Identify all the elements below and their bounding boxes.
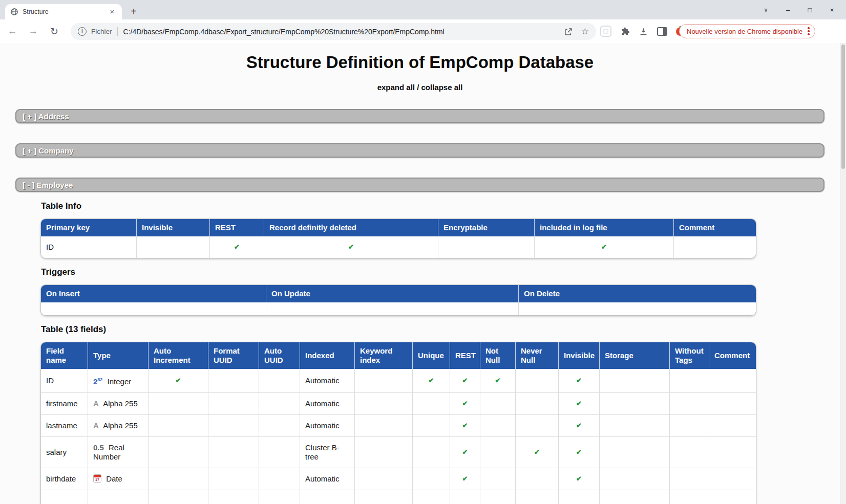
table-row: salary0.5 Real NumberCluster B-tree✔✔✔ xyxy=(41,437,756,468)
table-cell xyxy=(208,393,259,415)
page-scrollbar[interactable] xyxy=(840,43,846,504)
table-cell xyxy=(259,437,300,468)
globe-favicon xyxy=(10,8,18,16)
reload-icon[interactable]: ↻ xyxy=(48,26,60,37)
table-cell xyxy=(355,369,413,393)
bookmark-star-icon[interactable]: ☆ xyxy=(581,26,589,37)
column-header: Format UUID xyxy=(208,342,259,369)
table-cell xyxy=(709,490,756,504)
field-name-cell: lastname xyxy=(41,415,88,437)
browser-tab[interactable]: Structure × xyxy=(5,4,122,19)
collapse-all-link[interactable]: collapse all xyxy=(421,83,463,92)
minimize-icon[interactable]: – xyxy=(777,6,799,14)
table-cell xyxy=(438,236,535,258)
scrollbar-thumb[interactable] xyxy=(841,45,845,169)
table-cell xyxy=(670,468,709,490)
address-bar[interactable]: i Fichier C:/4D/bases/EmpComp.4dbase/Exp… xyxy=(71,23,596,40)
extension-icons xyxy=(600,19,686,43)
field-type-cell: 17 Date xyxy=(88,468,149,490)
header-row: Primary keyInvisibleRESTRecord definitly… xyxy=(41,219,756,236)
primary-key-cell: ID xyxy=(41,236,137,258)
table-cell xyxy=(709,468,756,490)
check-icon: ✔ xyxy=(559,415,600,437)
check-icon: ✔ xyxy=(210,236,264,258)
table-cell xyxy=(208,369,259,393)
forward-icon[interactable]: → xyxy=(27,26,39,37)
table-cell xyxy=(516,393,559,415)
table-cell xyxy=(709,393,756,415)
back-icon[interactable]: ← xyxy=(6,26,18,37)
header-row: Field nameTypeAuto IncrementFormat UUIDA… xyxy=(41,342,756,369)
table-cell xyxy=(137,236,210,258)
column-header: Record definitly deleted xyxy=(264,219,438,236)
url-text[interactable]: C:/4D/bases/EmpComp.4dbase/Export_struct… xyxy=(123,28,556,36)
table-cell xyxy=(674,236,756,258)
table-cell xyxy=(300,490,355,504)
check-icon: ✔ xyxy=(149,369,208,393)
section-bar-company[interactable]: [ + ] Company xyxy=(15,143,824,158)
share-icon[interactable] xyxy=(564,27,573,36)
table-cell xyxy=(259,415,300,437)
field-type-cell: A Alpha 255 xyxy=(88,393,149,415)
table-cell xyxy=(208,437,259,468)
column-header: Comment xyxy=(709,342,756,369)
page-info-icon[interactable]: i xyxy=(78,27,87,36)
column-header: Field name xyxy=(41,342,88,369)
expand-all-link[interactable]: expand all xyxy=(377,83,415,92)
table-cell xyxy=(670,369,709,393)
check-icon: ✔ xyxy=(413,369,450,393)
url-divider xyxy=(117,27,118,36)
chrome-update-button[interactable]: Nouvelle version de Chrome disponible xyxy=(679,24,815,38)
table-cell xyxy=(519,302,756,315)
maximize-icon[interactable]: □ xyxy=(799,6,821,14)
table-row: ID232 Integer✔Automatic✔✔✔✔ xyxy=(41,369,756,393)
kebab-menu-icon[interactable] xyxy=(808,27,810,35)
close-icon[interactable]: × xyxy=(821,6,843,14)
column-header: Storage xyxy=(600,342,670,369)
table-cell xyxy=(480,393,516,415)
page-content: Structure Definition of EmpComp Database… xyxy=(0,43,840,504)
browser-toolbar: ← → ↻ ⌂ i Fichier C:/4D/bases/EmpComp.4d… xyxy=(0,19,846,43)
table-cell xyxy=(600,415,670,437)
table-cell xyxy=(450,490,480,504)
section-bar-address[interactable]: [ + ] Address xyxy=(15,109,824,123)
table-cell xyxy=(208,468,259,490)
table-cell xyxy=(600,468,670,490)
column-header: Comment xyxy=(674,219,756,236)
table-row: lastnameA Alpha 255Automatic✔✔ xyxy=(41,415,756,437)
partial-table-row xyxy=(41,490,756,504)
downloads-icon[interactable] xyxy=(639,27,648,36)
disabled-extension-icon[interactable] xyxy=(600,26,611,37)
table-cell xyxy=(516,468,559,490)
side-panel-icon[interactable] xyxy=(657,27,667,36)
table-cell xyxy=(670,393,709,415)
check-icon: ✔ xyxy=(559,437,600,468)
new-tab-button[interactable]: + xyxy=(127,5,140,18)
field-type-cell: A Alpha 255 xyxy=(88,415,149,437)
chrome-profile-chevron-icon[interactable]: ∨ xyxy=(755,7,777,13)
table-cell xyxy=(41,490,88,504)
check-icon: ✔ xyxy=(450,468,480,490)
field-name-cell: ID xyxy=(41,369,88,393)
indexed-cell: Automatic xyxy=(300,415,355,437)
header-row: On InsertOn UpdateOn Delete xyxy=(41,285,756,302)
tab-close-icon[interactable]: × xyxy=(108,7,117,16)
fields-heading: Table (13 fields) xyxy=(41,325,756,334)
section-bar-employee[interactable]: [ - ] Employee xyxy=(15,178,824,192)
check-icon: ✔ xyxy=(450,393,480,415)
column-header: Unique xyxy=(413,342,450,369)
column-header: REST xyxy=(210,219,264,236)
indexed-cell: Cluster B-tree xyxy=(300,437,355,468)
field-type-cell: 232 Integer xyxy=(88,369,149,393)
table-cell xyxy=(480,437,516,468)
table-cell xyxy=(355,437,413,468)
table-cell xyxy=(149,415,208,437)
table-cell xyxy=(149,468,208,490)
table-cell xyxy=(516,415,559,437)
tab-strip: Structure × + ∨ – □ × xyxy=(0,0,846,19)
table-cell xyxy=(259,393,300,415)
triggers-table: On InsertOn UpdateOn Delete xyxy=(41,285,756,315)
column-header: Indexed xyxy=(300,342,355,369)
calendar-icon: 17 xyxy=(93,474,101,483)
extensions-puzzle-icon[interactable] xyxy=(620,27,630,36)
